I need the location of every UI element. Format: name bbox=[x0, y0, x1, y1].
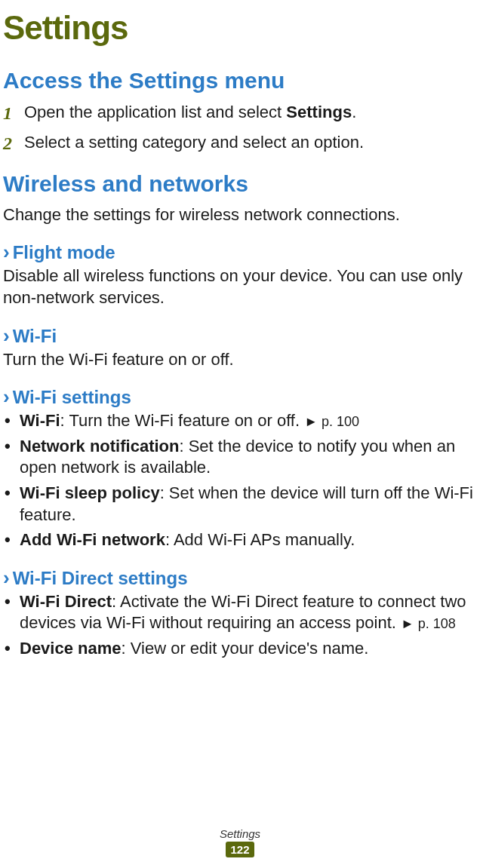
chevron-right-icon: › bbox=[3, 387, 10, 406]
page-footer: Settings 122 bbox=[0, 827, 480, 857]
step-1-text: Open the application list and select Set… bbox=[24, 101, 477, 124]
subheading-wifi-settings: › Wi-Fi settings bbox=[3, 387, 477, 408]
item-text: : View or edit your device's name. bbox=[122, 639, 369, 658]
item-bold: Wi-Fi bbox=[20, 411, 60, 430]
item-text: : Turn the Wi-Fi feature on or off. bbox=[60, 411, 305, 430]
step-2-text: Select a setting category and select an … bbox=[24, 131, 477, 154]
list-item: Add Wi-Fi network: Add Wi-Fi APs manuall… bbox=[3, 529, 477, 551]
step-1: 1 Open the application list and select S… bbox=[3, 101, 477, 125]
step-1-pre: Open the application list and select bbox=[24, 103, 286, 121]
wifi-settings-title: Wi-Fi settings bbox=[13, 387, 131, 408]
subheading-wifi: › Wi-Fi bbox=[3, 326, 477, 347]
page-ref: ► p. 100 bbox=[304, 413, 359, 431]
wifi-settings-list: Wi-Fi: Turn the Wi-Fi feature on or off.… bbox=[3, 410, 477, 551]
list-item: Wi-Fi sleep policy: Set when the device … bbox=[3, 483, 477, 526]
step-2: 2 Select a setting category and select a… bbox=[3, 131, 477, 155]
wifi-title: Wi-Fi bbox=[13, 326, 57, 347]
chevron-right-icon: › bbox=[3, 326, 10, 345]
footer-section-label: Settings bbox=[0, 827, 480, 840]
access-steps-list: 1 Open the application list and select S… bbox=[3, 101, 477, 156]
chevron-right-icon: › bbox=[3, 568, 10, 587]
page-number: 122 bbox=[226, 842, 254, 857]
wifi-body: Turn the Wi-Fi feature on or off. bbox=[3, 349, 477, 371]
item-bold: Wi-Fi Direct bbox=[20, 592, 112, 611]
chevron-right-icon: › bbox=[3, 242, 10, 262]
subheading-wifi-direct: › Wi-Fi Direct settings bbox=[3, 568, 477, 589]
item-bold: Device name bbox=[20, 639, 122, 658]
wifi-direct-list: Wi-Fi Direct: Activate the Wi-Fi Direct … bbox=[3, 591, 477, 660]
list-item: Network notification: Set the device to … bbox=[3, 436, 477, 479]
step-1-bold: Settings bbox=[286, 103, 352, 121]
item-bold: Network notification bbox=[20, 437, 179, 455]
page-title: Settings bbox=[3, 9, 477, 47]
wireless-intro: Change the settings for wireless network… bbox=[3, 204, 477, 226]
list-item: Device name: View or edit your device's … bbox=[3, 638, 477, 660]
subheading-flight-mode: › Flight mode bbox=[3, 242, 477, 263]
flight-mode-title: Flight mode bbox=[13, 242, 115, 263]
section-wireless-title: Wireless and networks bbox=[3, 171, 477, 197]
item-bold: Wi-Fi sleep policy bbox=[20, 483, 160, 502]
list-item: Wi-Fi Direct: Activate the Wi-Fi Direct … bbox=[3, 591, 477, 634]
item-bold: Add Wi-Fi network bbox=[20, 530, 165, 549]
page-ref: ► p. 108 bbox=[401, 615, 456, 633]
step-2-number: 2 bbox=[3, 131, 24, 155]
list-item: Wi-Fi: Turn the Wi-Fi feature on or off.… bbox=[3, 410, 477, 432]
step-1-post: . bbox=[352, 103, 356, 121]
item-text: : Add Wi-Fi APs manually. bbox=[165, 530, 355, 549]
step-1-number: 1 bbox=[3, 101, 24, 125]
section-access-settings-title: Access the Settings menu bbox=[3, 68, 477, 94]
wifi-direct-title: Wi-Fi Direct settings bbox=[13, 568, 188, 589]
flight-mode-body: Disable all wireless functions on your d… bbox=[3, 265, 477, 308]
